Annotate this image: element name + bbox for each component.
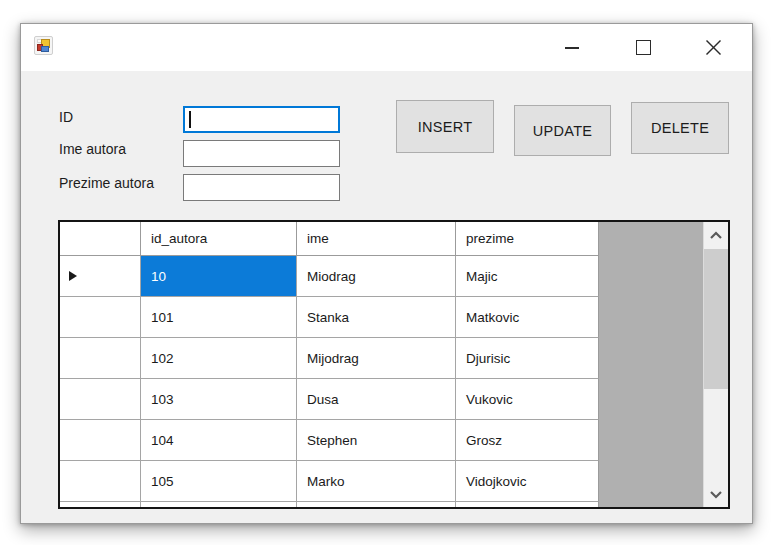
data-grid: id_autora ime prezime 10 Miodrag Majic 1… [58,220,730,509]
scrollbar-thumb[interactable] [704,249,728,389]
grid-cell-id[interactable]: 102 [141,338,297,379]
grid-scrollbar[interactable] [703,222,728,507]
text-caret [189,111,191,128]
grid-cell-ime[interactable] [297,502,456,507]
delete-button[interactable]: DELETE [631,102,729,154]
title-bar[interactable] [21,24,752,71]
app-window: ID Ime autora Prezime autora INSERT UPDA… [20,23,753,524]
row-header-cell[interactable] [60,502,141,507]
grid-cell-prezime[interactable] [456,502,599,507]
grid-cell-ime[interactable]: Stephen [297,420,456,461]
scrollbar-down-button[interactable] [704,481,728,507]
table-row-partial [60,502,599,507]
table-row: 10 Miodrag Majic [60,256,599,297]
prezime-label: Prezime autora [59,175,154,191]
table-row: 105 Marko Vidojkovic [60,461,599,502]
current-row-indicator-icon [69,271,77,281]
minimize-button[interactable] [553,30,591,65]
id-label: ID [59,109,73,125]
chevron-up-icon [709,231,723,240]
grid-cell-prezime[interactable]: Djurisic [456,338,599,379]
table-row: 101 Stanka Matkovic [60,297,599,338]
grid-cell-prezime[interactable]: Vidojkovic [456,461,599,502]
scrollbar-track[interactable] [704,248,728,481]
grid-cell-prezime[interactable]: Vukovic [456,379,599,420]
grid-cell-ime[interactable]: Stanka [297,297,456,338]
grid-cell-prezime[interactable]: Majic [456,256,599,297]
table-row: 102 Mijodrag Djurisic [60,338,599,379]
grid-header-row: id_autora ime prezime [60,222,599,256]
ime-input[interactable] [183,140,340,167]
table-row: 104 Stephen Grosz [60,420,599,461]
grid-cell-id[interactable] [141,502,297,507]
column-header-prezime[interactable]: prezime [456,222,599,256]
chevron-down-icon [709,490,723,499]
row-header-cell[interactable] [60,379,141,420]
grid-cell-id[interactable]: 104 [141,420,297,461]
minimize-icon [565,47,579,49]
row-header-cell[interactable] [60,297,141,338]
grid-empty-area [599,222,703,507]
app-icon-blue-square [41,46,49,52]
grid-cell-id[interactable]: 105 [141,461,297,502]
maximize-button[interactable] [624,30,662,65]
prezime-input[interactable] [183,174,340,201]
row-header-cell[interactable] [60,420,141,461]
screen: ID Ime autora Prezime autora INSERT UPDA… [0,0,777,545]
grid-table: id_autora ime prezime 10 Miodrag Majic 1… [60,222,599,507]
grid-cell-id[interactable]: 103 [141,379,297,420]
grid-cell-ime[interactable]: Mijodrag [297,338,456,379]
grid-cell-prezime[interactable]: Grosz [456,420,599,461]
column-header-id-autora[interactable]: id_autora [141,222,297,256]
row-header-cell[interactable] [60,461,141,502]
maximize-icon [636,40,651,55]
column-header-ime[interactable]: ime [297,222,456,256]
grid-cell-ime[interactable]: Marko [297,461,456,502]
grid-cell-id[interactable]: 101 [141,297,297,338]
id-input[interactable] [183,106,340,133]
grid-cell-ime[interactable]: Miodrag [297,256,456,297]
table-row: 103 Dusa Vukovic [60,379,599,420]
update-button[interactable]: UPDATE [514,105,611,156]
close-icon [705,39,722,56]
app-icon [34,36,53,55]
row-header-cell[interactable] [60,256,141,297]
row-header-cell[interactable] [60,338,141,379]
close-button[interactable] [694,30,732,65]
row-header-column-header[interactable] [60,222,141,256]
grid-cell-ime[interactable]: Dusa [297,379,456,420]
ime-label: Ime autora [59,141,126,157]
scrollbar-up-button[interactable] [704,222,728,248]
grid-cell-prezime[interactable]: Matkovic [456,297,599,338]
insert-button[interactable]: INSERT [396,100,494,153]
grid-cell-id[interactable]: 10 [141,256,297,297]
